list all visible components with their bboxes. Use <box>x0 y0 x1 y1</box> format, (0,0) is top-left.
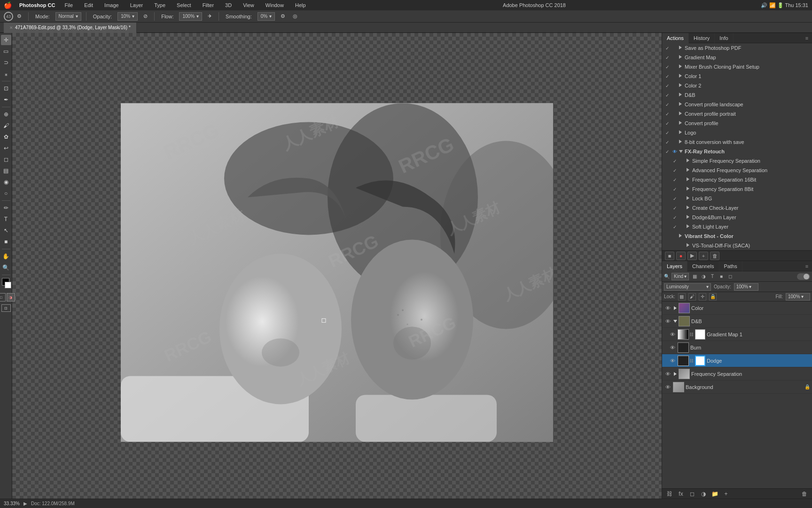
flow-dropdown[interactable]: 100% ▾ <box>179 12 202 21</box>
play-btn[interactable]: ▶ <box>687 252 697 260</box>
pressure-btn[interactable]: ◎ <box>291 12 299 20</box>
lock-image-btn[interactable]: 🖌 <box>688 293 696 301</box>
layer-dodge[interactable]: 👁 ⛓ Dodge <box>662 354 812 367</box>
action-gradient-map[interactable]: ✓ Gradient Map <box>662 53 812 62</box>
delete-action-btn[interactable]: 🗑 <box>710 252 719 260</box>
action-softlight-layer[interactable]: ✓ Soft Light Layer <box>662 222 812 231</box>
action-vs-tonal[interactable]: VS-Tonal-Diff-Fix (SACA) <box>662 241 812 250</box>
menu-image[interactable]: Image <box>102 2 121 8</box>
menu-view[interactable]: View <box>241 2 256 8</box>
magic-wand-tool[interactable]: ⁎ <box>1 69 11 79</box>
tab-close[interactable]: ✕ <box>9 25 13 30</box>
tab-actions[interactable]: Actions <box>662 33 689 43</box>
layer-group-toggle-db[interactable] <box>673 316 678 326</box>
link-layers-btn[interactable]: ⛓ <box>665 490 674 498</box>
blur-tool[interactable]: ◉ <box>1 177 11 187</box>
tab-channels[interactable]: Channels <box>687 261 719 271</box>
layer-group-toggle-color[interactable] <box>673 303 678 313</box>
document-tab[interactable]: ✕ 471A7869-Edit.psd @ 33,3% (Dodge, Laye… <box>4 23 137 33</box>
action-save-pdf[interactable]: ✓ Save as Photoshop PDF <box>662 43 812 53</box>
filter-smart-btn[interactable]: ◻ <box>726 273 734 280</box>
gradient-tool[interactable]: ▤ <box>1 166 11 176</box>
add-style-btn[interactable]: fx <box>676 490 686 498</box>
dodge-tool[interactable]: ○ <box>1 188 11 198</box>
eyedropper-tool[interactable]: ✒ <box>1 95 11 105</box>
layer-eye-color[interactable]: 👁 <box>664 304 671 312</box>
opacity-dropdown[interactable]: 10% ▾ <box>117 12 138 21</box>
text-tool[interactable]: T <box>1 214 11 224</box>
screen-mode-btn[interactable]: ⊡ <box>1 304 11 312</box>
filter-shape-btn[interactable]: ■ <box>718 273 725 280</box>
pen-tool[interactable]: ✏ <box>1 203 11 213</box>
layer-gradient-map[interactable]: 👁 ⛓ Gradient Map 1 <box>662 328 812 341</box>
new-fill-layer-btn[interactable]: ◑ <box>699 490 708 498</box>
clone-stamp-tool[interactable]: ✿ <box>1 132 11 142</box>
new-action-btn[interactable]: + <box>699 252 708 260</box>
action-dodgeburn-layer[interactable]: ✓ Dodge&Burn Layer <box>662 213 812 222</box>
opacity-field[interactable]: 100% ▾ <box>734 283 758 291</box>
hand-tool[interactable]: ✋ <box>1 251 11 262</box>
actions-list[interactable]: ✓ Save as Photoshop PDF ✓ Gradient Map ✓… <box>662 43 812 251</box>
crop-tool[interactable]: ⊡ <box>1 83 11 94</box>
lock-transparent-btn[interactable]: ▦ <box>678 293 686 301</box>
quick-mask-btn[interactable]: ◑ <box>7 293 15 302</box>
action-convert-profile[interactable]: ✓ Convert profile <box>662 119 812 128</box>
action-freq8bit[interactable]: ✓ Frequency Separation 8Bit <box>662 184 812 194</box>
filter-type-dropdown[interactable]: Kind ▾ <box>671 273 689 280</box>
action-simple-freq[interactable]: ✓ Simple Frequency Separation <box>662 156 812 166</box>
move-tool[interactable]: ✛ <box>1 35 11 45</box>
tab-info[interactable]: Info <box>715 33 733 43</box>
fill-field[interactable]: 100% ▾ <box>786 293 810 301</box>
add-mask-btn[interactable]: ◻ <box>687 490 697 498</box>
lasso-tool[interactable]: ⊃ <box>1 57 11 68</box>
menu-window[interactable]: Window <box>264 2 286 8</box>
brush-size-indicator[interactable]: 43 <box>4 12 13 21</box>
layer-burn[interactable]: 👁 Burn <box>662 341 812 354</box>
action-vibrant-group[interactable]: Vibrant Shot - Color <box>662 231 812 241</box>
blend-mode-dropdown[interactable]: Luminosity ▾ <box>664 283 711 291</box>
menu-select[interactable]: Select <box>175 2 193 8</box>
action-lock-bg[interactable]: ✓ Lock BG <box>662 194 812 203</box>
layer-eye-db[interactable]: 👁 <box>664 318 671 325</box>
brush-preset-picker[interactable]: ⚙ <box>15 12 23 20</box>
action-color2[interactable]: ✓ Color 2 <box>662 81 812 90</box>
lock-all-btn[interactable]: 🔒 <box>709 293 717 301</box>
zoom-tool[interactable]: 🔍 <box>1 262 11 273</box>
history-brush-tool[interactable]: ↩ <box>1 143 11 153</box>
action-check-layer[interactable]: ✓ Create Check-Layer <box>662 203 812 213</box>
standard-mode-btn[interactable]: □ <box>0 293 6 302</box>
tab-layers[interactable]: Layers <box>662 261 687 271</box>
stop-btn[interactable]: ■ <box>665 252 674 260</box>
action-convert-landscape[interactable]: ✓ Convert profile landscape <box>662 100 812 109</box>
marquee-tool[interactable]: ▭ <box>1 46 11 56</box>
new-group-btn[interactable]: 📁 <box>710 490 719 498</box>
layer-eye-burn[interactable]: 👁 <box>669 344 676 351</box>
layer-group-toggle-freq[interactable] <box>673 369 678 379</box>
layer-db[interactable]: 👁 D&B <box>662 315 812 328</box>
menu-help[interactable]: Help <box>293 2 308 8</box>
layer-eye-gradient[interactable]: 👁 <box>669 331 676 338</box>
menu-file[interactable]: File <box>62 2 75 8</box>
filter-adjust-btn[interactable]: ◑ <box>700 273 707 280</box>
layer-eye-dodge[interactable]: 👁 <box>669 357 676 365</box>
action-advanced-freq[interactable]: ✓ Advanced Frequency Separation <box>662 166 812 175</box>
smoothing-dropdown[interactable]: 0% ▾ <box>258 12 275 21</box>
shape-tool[interactable]: ■ <box>1 237 11 247</box>
lock-position-btn[interactable]: ✛ <box>699 293 706 301</box>
filter-pixel-btn[interactable]: ▦ <box>691 273 698 280</box>
menu-filter[interactable]: Filter <box>201 2 216 8</box>
layer-eye-background[interactable]: 👁 <box>664 383 671 391</box>
brush-tool[interactable]: 🖌 <box>1 120 11 131</box>
action-fxray-group[interactable]: ✓ 👁 FX-Ray Retouch <box>662 147 812 156</box>
action-logo[interactable]: ✓ Logo <box>662 128 812 137</box>
healing-brush-tool[interactable]: ⊕ <box>1 109 11 119</box>
airbrush-btn[interactable]: ✈ <box>206 12 214 20</box>
tab-paths[interactable]: Paths <box>719 261 742 271</box>
filter-toggle[interactable] <box>797 273 810 280</box>
panel-menu-btn[interactable]: ≡ <box>802 33 812 43</box>
layer-eye-freq[interactable]: 👁 <box>664 370 671 378</box>
action-convert-portrait[interactable]: ✓ Convert profile portrait <box>662 109 812 119</box>
opacity-lock-btn[interactable]: ⊘ <box>141 12 149 20</box>
action-db[interactable]: ✓ D&B <box>662 90 812 100</box>
mode-dropdown[interactable]: Normal ▾ <box>55 12 81 21</box>
